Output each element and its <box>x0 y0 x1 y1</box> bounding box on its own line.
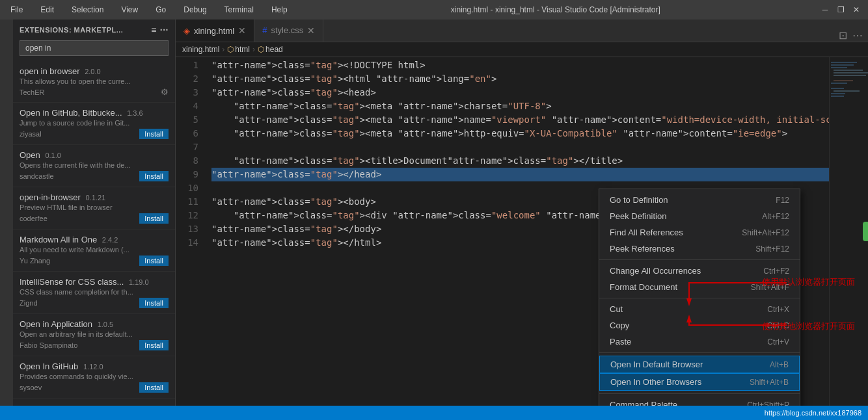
line-number: 14 <box>176 236 198 250</box>
breadcrumb-file[interactable]: xining.html <box>182 45 219 54</box>
menu-help[interactable]: Help <box>267 4 292 16</box>
annotation-area: 使用默认浏览器打开页面 使用其他浏览器打开页面 <box>762 276 855 332</box>
svg-rect-11 <box>831 96 844 97</box>
tab-label-css: style.css <box>271 25 303 35</box>
list-item[interactable]: open-in-browser 0.1.21 Preview HTML file… <box>13 187 175 230</box>
install-button[interactable]: Install <box>139 340 169 350</box>
restore-button[interactable]: ❐ <box>835 5 846 15</box>
context-menu-item[interactable]: Open In Default Browser Alt+B <box>599 356 800 373</box>
context-menu-label: Paste <box>610 337 631 347</box>
context-menu-item[interactable]: Go to Definition F12 <box>599 192 800 208</box>
list-item[interactable]: Open in GitHub, Bitbucke... 1.3.6 Jump t… <box>13 103 175 145</box>
install-button[interactable]: Install <box>139 298 169 308</box>
list-item[interactable]: Open In GitHub 1.12.0 Provides commands … <box>13 356 175 399</box>
install-button[interactable]: Install <box>139 171 169 181</box>
context-menu-label: Format Document <box>610 282 677 292</box>
more-actions-icon[interactable]: ··· <box>160 25 169 35</box>
search-input[interactable] <box>20 40 169 56</box>
filter-icon[interactable]: ≡ <box>151 25 157 35</box>
blog-link: https://blog.csdn.net/xx187968 <box>765 409 861 417</box>
svg-rect-2 <box>831 67 847 68</box>
annotation-1: 使用默认浏览器打开页面 <box>762 276 855 288</box>
menu-selection[interactable]: Selection <box>68 4 107 16</box>
close-button[interactable]: ✕ <box>851 5 861 15</box>
install-button[interactable]: Install <box>139 382 169 393</box>
line-number: 7 <box>176 140 198 154</box>
list-item[interactable]: open in browser 2.0.0 This allows you to… <box>13 61 175 103</box>
list-item[interactable]: Open in Application 1.0.5 Open an arbitr… <box>13 314 175 356</box>
ext-author: ziyasal <box>20 130 42 138</box>
menu-terminal[interactable]: Terminal <box>221 4 258 16</box>
svg-rect-9 <box>834 90 860 92</box>
code-line: "attr-name">class="tag"></head> <box>211 168 829 181</box>
breadcrumb-html[interactable]: ⬡ html <box>227 45 250 54</box>
ext-desc: Preview HTML file in browser <box>20 203 169 211</box>
ext-desc: All you need to write Markdown (... <box>20 246 169 254</box>
ext-author: sandcastle <box>20 172 54 180</box>
ext-author: TechER <box>20 88 45 96</box>
context-menu-shortcut: Ctrl+Shift+P <box>747 400 789 406</box>
menu-file[interactable]: File <box>7 4 27 16</box>
minimize-button[interactable]: ─ <box>820 5 830 15</box>
context-menu-label: Go to Definition <box>610 195 668 205</box>
ext-name: Open In GitHub 1.12.0 <box>20 361 103 371</box>
tab-close-html[interactable]: ✕ <box>238 25 246 36</box>
tab-bar: ◈ xining.html ✕ # style.css ✕ ⊡ ⋯ <box>176 20 868 42</box>
more-editor-icon[interactable]: ⋯ <box>852 29 863 42</box>
ext-version: 1.19.0 <box>129 278 149 286</box>
tab-style-css[interactable]: # style.css ✕ <box>254 20 323 42</box>
context-menu-label: Cut <box>610 304 623 314</box>
list-item[interactable]: IntelliSense for CSS class... 1.19.0 CSS… <box>13 272 175 314</box>
context-menu-item[interactable]: Peek References Shift+F12 <box>599 241 800 257</box>
context-menu-item[interactable]: Command Palette... Ctrl+Shift+P <box>599 397 800 406</box>
tab-close-css[interactable]: ✕ <box>307 25 315 36</box>
list-item[interactable]: Open in GitHub 1.2.1 Open the current pr… <box>13 399 175 406</box>
gear-icon[interactable]: ⚙ <box>161 87 169 97</box>
breadcrumb: xining.html › ⬡ html › ⬡ head <box>176 42 868 57</box>
install-button[interactable]: Install <box>139 213 169 224</box>
svg-rect-8 <box>831 88 844 89</box>
code-line <box>211 140 829 154</box>
ext-author: Fabio Spampinato <box>20 341 77 349</box>
breadcrumb-head[interactable]: ⬡ head <box>258 45 283 54</box>
install-button[interactable]: Install <box>139 129 169 139</box>
ext-name: open-in-browser 0.1.21 <box>20 192 105 202</box>
context-menu-label: Find All References <box>610 228 683 237</box>
ext-desc: This allows you to open the curre... <box>20 77 169 85</box>
list-item[interactable]: Markdown All in One 2.4.2 All you need t… <box>13 230 175 272</box>
split-editor-icon[interactable]: ⊡ <box>839 29 847 42</box>
context-menu-shortcut: Ctrl+F2 <box>763 267 789 276</box>
minimap-preview <box>830 60 868 112</box>
context-menu-item[interactable]: Find All References Shift+Alt+F12 <box>599 224 800 241</box>
ext-desc: CSS class name completion for th... <box>20 288 169 296</box>
ext-name: IntelliSense for CSS class... 1.19.0 <box>20 277 149 287</box>
context-menu-item[interactable]: Peek Definition Alt+F12 <box>599 208 800 224</box>
menu-go[interactable]: Go <box>152 4 170 16</box>
annotation-text-2: 使用其他浏览器打开页面 <box>762 321 855 332</box>
ext-name: Open in GitHub, Bitbucke... 1.3.6 <box>20 108 143 118</box>
context-menu-shortcut: Shift+F12 <box>755 244 789 254</box>
context-menu-shortcut: Alt+F12 <box>762 212 789 221</box>
ext-version: 1.0.5 <box>98 321 113 328</box>
green-indicator <box>863 222 868 241</box>
menu-edit[interactable]: Edit <box>36 4 58 16</box>
context-menu-shortcut: Shift+Alt+F12 <box>742 228 789 237</box>
line-number: 6 <box>176 127 198 140</box>
context-menu-item[interactable]: Paste Ctrl+V <box>599 334 800 350</box>
window-title: xining.html - xining_html - Visual Studi… <box>292 5 820 14</box>
context-menu-label: Open In Other Browsers <box>610 377 701 387</box>
annotation-text-1: 使用默认浏览器打开页面 <box>762 276 855 288</box>
tab-xining-html[interactable]: ◈ xining.html ✕ <box>176 20 254 42</box>
context-menu-item[interactable]: Open In Other Browsers Shift+Alt+B <box>599 373 800 391</box>
install-button[interactable]: Install <box>139 256 169 266</box>
ext-name: Open 0.1.0 <box>20 150 61 160</box>
sidebar-header: EXTENSIONS: MARKETPL... ≡ ··· <box>13 20 175 40</box>
context-menu-label: Peek Definition <box>610 211 666 221</box>
ext-version: 0.1.21 <box>86 194 106 202</box>
activity-bar <box>0 20 13 406</box>
context-menu-section: Open In Default Browser Alt+B Open In Ot… <box>599 353 800 394</box>
menu-view[interactable]: View <box>117 4 142 16</box>
list-item[interactable]: Open 0.1.0 Opens the current file with t… <box>13 145 175 187</box>
menu-debug[interactable]: Debug <box>180 4 210 16</box>
context-menu-label: Copy <box>610 321 629 330</box>
